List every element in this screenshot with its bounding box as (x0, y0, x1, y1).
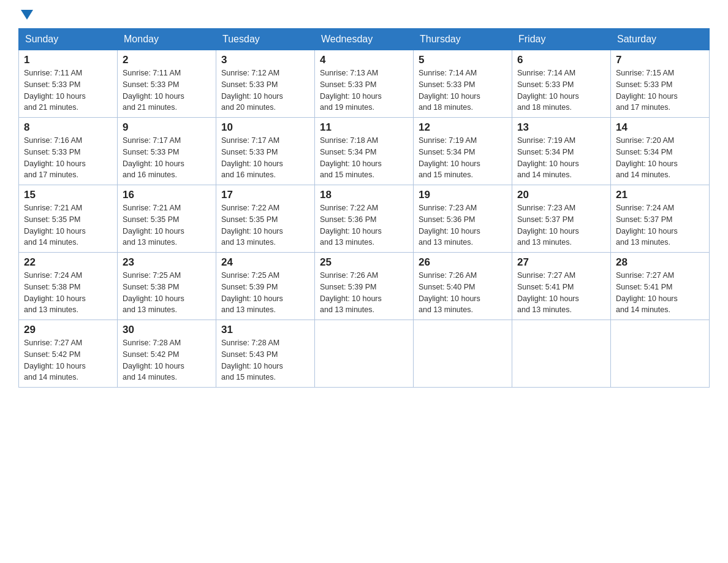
calendar-cell: 14Sunrise: 7:20 AMSunset: 5:34 PMDayligh… (611, 118, 710, 185)
day-number: 22 (24, 256, 112, 269)
day-number: 7 (616, 54, 704, 66)
weekday-header-thursday: Thursday (414, 29, 512, 50)
calendar-cell: 27Sunrise: 7:27 AMSunset: 5:41 PMDayligh… (512, 253, 611, 320)
day-number: 19 (419, 189, 507, 201)
weekday-header-wednesday: Wednesday (315, 29, 414, 50)
day-number: 4 (320, 54, 408, 66)
day-info: Sunrise: 7:21 AMSunset: 5:35 PMDaylight:… (123, 202, 211, 248)
day-info: Sunrise: 7:27 AMSunset: 5:41 PMDaylight:… (616, 270, 704, 316)
day-number: 6 (517, 54, 605, 66)
day-number: 10 (221, 121, 309, 134)
calendar-cell: 23Sunrise: 7:25 AMSunset: 5:38 PMDayligh… (118, 253, 216, 320)
day-number: 15 (24, 189, 112, 201)
logo-triangle-icon (21, 10, 33, 20)
calendar-cell: 8Sunrise: 7:16 AMSunset: 5:33 PMDaylight… (19, 118, 118, 185)
calendar-cell: 1Sunrise: 7:11 AMSunset: 5:33 PMDaylight… (19, 50, 118, 118)
calendar-cell: 7Sunrise: 7:15 AMSunset: 5:33 PMDaylight… (611, 50, 710, 118)
day-info: Sunrise: 7:25 AMSunset: 5:38 PMDaylight:… (123, 270, 211, 316)
day-info: Sunrise: 7:14 AMSunset: 5:33 PMDaylight:… (419, 67, 507, 113)
day-number: 31 (221, 324, 309, 336)
day-info: Sunrise: 7:23 AMSunset: 5:36 PMDaylight:… (419, 202, 507, 248)
weekday-row: SundayMondayTuesdayWednesdayThursdayFrid… (19, 29, 710, 50)
calendar-cell: 20Sunrise: 7:23 AMSunset: 5:37 PMDayligh… (512, 185, 611, 253)
calendar-cell (512, 320, 611, 388)
calendar-week-row: 29Sunrise: 7:27 AMSunset: 5:42 PMDayligh… (19, 320, 710, 388)
day-number: 21 (616, 189, 704, 201)
calendar-cell: 18Sunrise: 7:22 AMSunset: 5:36 PMDayligh… (315, 185, 414, 253)
calendar-cell: 21Sunrise: 7:24 AMSunset: 5:37 PMDayligh… (611, 185, 710, 253)
logo (18, 12, 33, 22)
day-info: Sunrise: 7:16 AMSunset: 5:33 PMDaylight:… (24, 135, 112, 181)
day-info: Sunrise: 7:27 AMSunset: 5:42 PMDaylight:… (24, 337, 112, 383)
day-info: Sunrise: 7:24 AMSunset: 5:38 PMDaylight:… (24, 270, 112, 316)
calendar-header: SundayMondayTuesdayWednesdayThursdayFrid… (19, 29, 710, 50)
calendar-week-row: 15Sunrise: 7:21 AMSunset: 5:35 PMDayligh… (19, 185, 710, 253)
day-info: Sunrise: 7:24 AMSunset: 5:37 PMDaylight:… (616, 202, 704, 248)
calendar-cell: 10Sunrise: 7:17 AMSunset: 5:33 PMDayligh… (216, 118, 315, 185)
day-number: 23 (123, 256, 211, 269)
day-info: Sunrise: 7:20 AMSunset: 5:34 PMDaylight:… (616, 135, 704, 181)
weekday-header-tuesday: Tuesday (216, 29, 315, 50)
calendar-cell: 30Sunrise: 7:28 AMSunset: 5:42 PMDayligh… (118, 320, 216, 388)
day-info: Sunrise: 7:13 AMSunset: 5:33 PMDaylight:… (320, 67, 408, 113)
day-number: 28 (616, 256, 704, 269)
calendar-table: SundayMondayTuesdayWednesdayThursdayFrid… (18, 28, 710, 388)
day-number: 25 (320, 256, 408, 269)
calendar-cell: 4Sunrise: 7:13 AMSunset: 5:33 PMDaylight… (315, 50, 414, 118)
weekday-header-sunday: Sunday (19, 29, 118, 50)
day-number: 14 (616, 121, 704, 134)
header (18, 12, 710, 22)
day-number: 2 (123, 54, 211, 66)
day-info: Sunrise: 7:19 AMSunset: 5:34 PMDaylight:… (419, 135, 507, 181)
day-info: Sunrise: 7:28 AMSunset: 5:43 PMDaylight:… (221, 337, 309, 383)
day-info: Sunrise: 7:25 AMSunset: 5:39 PMDaylight:… (221, 270, 309, 316)
day-number: 1 (24, 54, 112, 66)
calendar-cell (611, 320, 710, 388)
day-number: 13 (517, 121, 605, 134)
calendar-cell: 9Sunrise: 7:17 AMSunset: 5:33 PMDaylight… (118, 118, 216, 185)
day-info: Sunrise: 7:22 AMSunset: 5:35 PMDaylight:… (221, 202, 309, 248)
day-number: 5 (419, 54, 507, 66)
day-number: 24 (221, 256, 309, 269)
day-number: 16 (123, 189, 211, 201)
calendar-cell: 26Sunrise: 7:26 AMSunset: 5:40 PMDayligh… (414, 253, 512, 320)
calendar-week-row: 1Sunrise: 7:11 AMSunset: 5:33 PMDaylight… (19, 50, 710, 118)
day-info: Sunrise: 7:17 AMSunset: 5:33 PMDaylight:… (221, 135, 309, 181)
calendar-body: 1Sunrise: 7:11 AMSunset: 5:33 PMDaylight… (19, 50, 710, 388)
day-info: Sunrise: 7:17 AMSunset: 5:33 PMDaylight:… (123, 135, 211, 181)
calendar-cell: 28Sunrise: 7:27 AMSunset: 5:41 PMDayligh… (611, 253, 710, 320)
day-number: 27 (517, 256, 605, 269)
day-number: 3 (221, 54, 309, 66)
calendar-cell: 29Sunrise: 7:27 AMSunset: 5:42 PMDayligh… (19, 320, 118, 388)
calendar-cell: 15Sunrise: 7:21 AMSunset: 5:35 PMDayligh… (19, 185, 118, 253)
day-number: 11 (320, 121, 408, 134)
calendar-cell: 22Sunrise: 7:24 AMSunset: 5:38 PMDayligh… (19, 253, 118, 320)
page: SundayMondayTuesdayWednesdayThursdayFrid… (0, 0, 728, 406)
calendar-cell: 25Sunrise: 7:26 AMSunset: 5:39 PMDayligh… (315, 253, 414, 320)
calendar-cell: 13Sunrise: 7:19 AMSunset: 5:34 PMDayligh… (512, 118, 611, 185)
day-info: Sunrise: 7:28 AMSunset: 5:42 PMDaylight:… (123, 337, 211, 383)
day-info: Sunrise: 7:19 AMSunset: 5:34 PMDaylight:… (517, 135, 605, 181)
day-info: Sunrise: 7:12 AMSunset: 5:33 PMDaylight:… (221, 67, 309, 113)
calendar-cell: 31Sunrise: 7:28 AMSunset: 5:43 PMDayligh… (216, 320, 315, 388)
day-info: Sunrise: 7:26 AMSunset: 5:39 PMDaylight:… (320, 270, 408, 316)
calendar-cell: 12Sunrise: 7:19 AMSunset: 5:34 PMDayligh… (414, 118, 512, 185)
calendar-cell: 11Sunrise: 7:18 AMSunset: 5:34 PMDayligh… (315, 118, 414, 185)
calendar-cell: 16Sunrise: 7:21 AMSunset: 5:35 PMDayligh… (118, 185, 216, 253)
calendar-cell: 2Sunrise: 7:11 AMSunset: 5:33 PMDaylight… (118, 50, 216, 118)
day-info: Sunrise: 7:22 AMSunset: 5:36 PMDaylight:… (320, 202, 408, 248)
calendar-cell (315, 320, 414, 388)
calendar-cell (414, 320, 512, 388)
calendar-week-row: 22Sunrise: 7:24 AMSunset: 5:38 PMDayligh… (19, 253, 710, 320)
day-info: Sunrise: 7:26 AMSunset: 5:40 PMDaylight:… (419, 270, 507, 316)
calendar-cell: 24Sunrise: 7:25 AMSunset: 5:39 PMDayligh… (216, 253, 315, 320)
day-info: Sunrise: 7:27 AMSunset: 5:41 PMDaylight:… (517, 270, 605, 316)
weekday-header-saturday: Saturday (611, 29, 710, 50)
day-number: 12 (419, 121, 507, 134)
day-number: 30 (123, 324, 211, 336)
day-info: Sunrise: 7:14 AMSunset: 5:33 PMDaylight:… (517, 67, 605, 113)
calendar-week-row: 8Sunrise: 7:16 AMSunset: 5:33 PMDaylight… (19, 118, 710, 185)
calendar-cell: 6Sunrise: 7:14 AMSunset: 5:33 PMDaylight… (512, 50, 611, 118)
calendar-cell: 17Sunrise: 7:22 AMSunset: 5:35 PMDayligh… (216, 185, 315, 253)
day-info: Sunrise: 7:15 AMSunset: 5:33 PMDaylight:… (616, 67, 704, 113)
